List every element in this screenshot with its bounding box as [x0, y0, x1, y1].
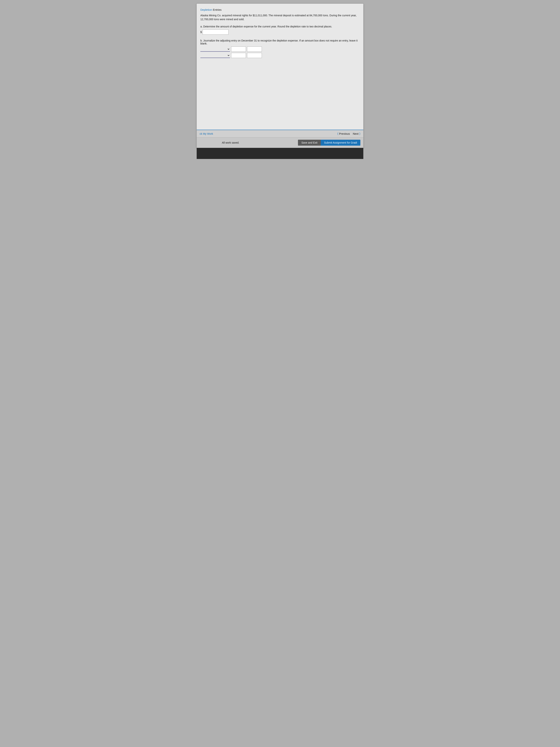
journal-account-select-2[interactable] — [201, 53, 230, 58]
journal-credit-2[interactable] — [247, 53, 262, 58]
journal-section — [201, 47, 359, 58]
journal-row-1 — [201, 47, 359, 52]
nav-buttons: ⟨ Previous Next ⟩ — [337, 132, 361, 135]
previous-button[interactable]: ⟨ Previous — [337, 132, 350, 135]
journal-account-select-1[interactable] — [201, 47, 230, 52]
depletion-amount-input[interactable] — [203, 29, 229, 35]
journal-debit-2[interactable] — [231, 53, 246, 58]
save-exit-button[interactable]: Save and Exit — [298, 140, 321, 146]
part-b-label: b. Journalize the adjusting entry on Dec… — [201, 39, 359, 45]
dark-footer-bar — [197, 148, 363, 159]
journal-row-2 — [201, 53, 359, 58]
journal-debit-1[interactable] — [231, 47, 246, 52]
journal-credit-1[interactable] — [247, 47, 262, 52]
save-status-text: All work saved. — [222, 141, 239, 144]
page-title: Depletion Entries — [201, 8, 359, 11]
bottom-action-buttons: Save and Exit Submit Assignment for Grad… — [298, 140, 361, 146]
bottom-save-bar: All work saved. Save and Exit Submit Ass… — [197, 137, 363, 148]
chevron-right-icon: ⟩ — [359, 132, 361, 135]
problem-statement: Alaska Mining Co. acquired mineral right… — [201, 14, 359, 21]
submit-assignment-button[interactable]: Submit Assignment for Gradi — [321, 140, 361, 146]
chevron-left-icon: ⟨ — [337, 132, 338, 135]
footer-nav-bar: ck My Work ⟨ Previous Next ⟩ — [197, 130, 363, 137]
check-my-work-button[interactable]: ck My Work — [199, 132, 213, 135]
next-button[interactable]: Next ⟩ — [353, 132, 361, 135]
dollar-sign: $ — [201, 31, 202, 33]
depletion-link[interactable]: Depletion — [201, 8, 212, 11]
part-a-label: a. Determine the amount of depletion exp… — [201, 25, 359, 28]
